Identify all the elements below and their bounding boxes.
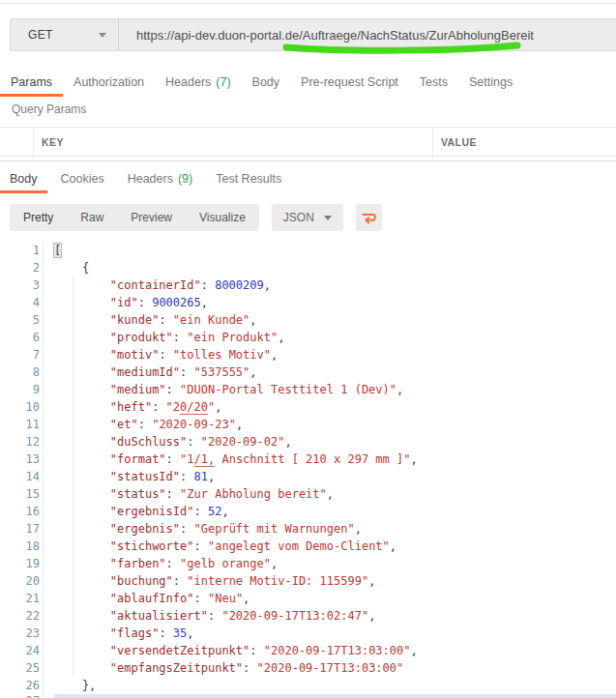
tab-label: Cookies xyxy=(61,172,104,186)
gutter-separator xyxy=(40,311,44,329)
gutter-separator xyxy=(40,642,44,659)
code-text: }, xyxy=(54,677,96,694)
code-line: 21 "ablaufInfo": "Neu", xyxy=(0,590,616,607)
gutter-separator xyxy=(40,433,44,451)
request-response-divider[interactable] xyxy=(0,160,616,161)
gutter-separator xyxy=(40,520,44,538)
code-line: 23 "flags": 35, xyxy=(0,625,616,642)
line-number: 21 xyxy=(0,590,40,607)
code-line: 24 "versendetZeitpunkt": "2020-09-17T13:… xyxy=(0,642,616,659)
code-text: "stichworte": "angelegt vom Demo-Client"… xyxy=(54,538,396,555)
line-number: 3 xyxy=(0,276,40,294)
tab-label: Authorization xyxy=(73,75,144,89)
response-tab-headers[interactable]: Headers(9) xyxy=(118,163,203,193)
view-mode-pretty[interactable]: Pretty xyxy=(10,204,67,231)
code-text: "heft": "20/20", xyxy=(54,398,221,416)
code-text: "duSchluss": "2020-09-02", xyxy=(54,433,292,451)
gutter-separator xyxy=(40,346,44,364)
code-line: 16 "ergebnisId": 52, xyxy=(0,503,616,520)
wrap-line-icon xyxy=(361,210,377,226)
code-line: 13 "format": "1/1, Anschnitt [ 210 x 297… xyxy=(0,451,616,468)
tab-label: Pre-request Script xyxy=(301,75,398,89)
code-line: 8 "mediumId": "537555", xyxy=(0,364,616,381)
code-text: "flags": 35, xyxy=(54,625,194,642)
line-number: 25 xyxy=(0,659,40,677)
code-text: "status": "Zur Abholung bereit", xyxy=(54,485,334,503)
code-line: 12 "duSchluss": "2020-09-02", xyxy=(0,433,616,451)
gutter-separator xyxy=(40,659,44,677)
line-number: 2 xyxy=(0,259,40,276)
code-line: 20 "buchung": "interne Motiv-ID: 115599"… xyxy=(0,572,616,590)
gutter-separator xyxy=(40,677,44,694)
code-text: [ xyxy=(54,242,61,259)
code-line: 26 }, xyxy=(0,677,616,694)
tab-label: Headers xyxy=(165,75,211,89)
code-text: "id": 9000265, xyxy=(54,294,208,311)
response-tab-cookies[interactable]: Cookies xyxy=(51,163,114,193)
code-text: "et": "2020-09-23", xyxy=(54,416,243,433)
view-mode-visualize[interactable]: Visualize xyxy=(186,204,259,231)
gutter-separator xyxy=(40,364,44,381)
tab-label: Test Results xyxy=(216,172,281,186)
code-text: "ergebnis": "Geprüft mit Warnungen", xyxy=(54,520,362,538)
code-line: 1[ xyxy=(0,242,616,259)
gutter-separator xyxy=(40,590,44,607)
request-tab-pre-request-script[interactable]: Pre-request Script xyxy=(290,67,409,97)
url-input[interactable]: https://api-dev.duon-portal.de/Auftraege… xyxy=(119,19,616,50)
line-number: 18 xyxy=(0,538,40,555)
query-params-header-row: KEY VALUE xyxy=(0,127,616,157)
code-line: 25 "empfangsZeitpunkt": "2020-09-17T13:0… xyxy=(0,659,616,677)
chevron-down-icon xyxy=(99,33,106,38)
gutter-separator xyxy=(40,329,44,346)
gutter-separator xyxy=(40,555,44,572)
language-dropdown[interactable]: JSON xyxy=(272,204,343,231)
tab-label: Headers xyxy=(128,172,173,186)
code-line: 22 "aktualisiert": "2020-09-17T13:02:47"… xyxy=(0,607,616,625)
view-mode-raw[interactable]: Raw xyxy=(67,204,117,231)
code-text: "ablaufInfo": "Neu", xyxy=(54,590,249,607)
request-tab-authorization[interactable]: Authorization xyxy=(63,67,155,97)
chevron-down-icon xyxy=(324,216,332,220)
code-text: "mediumId": "537555", xyxy=(54,364,257,381)
top-divider xyxy=(0,3,616,4)
gutter-separator xyxy=(40,503,44,520)
code-text: "produkt": "ein Produkt", xyxy=(54,329,284,346)
request-tab-tests[interactable]: Tests xyxy=(409,67,458,97)
request-url-bar: GET https://api-dev.duon-portal.de/Auftr… xyxy=(10,18,616,51)
code-line: 4 "id": 9000265, xyxy=(0,294,616,311)
gutter-separator xyxy=(40,451,44,468)
wrap-line-button[interactable] xyxy=(356,204,382,231)
code-text: { xyxy=(54,259,89,276)
line-number: 16 xyxy=(0,503,40,520)
line-number: 5 xyxy=(0,311,40,329)
gutter-separator xyxy=(40,694,44,698)
line-number: 22 xyxy=(0,607,40,625)
code-line: 11 "et": "2020-09-23", xyxy=(0,416,616,433)
tab-label: Tests xyxy=(420,75,448,89)
http-method-select[interactable]: GET xyxy=(11,19,119,50)
view-mode-preview[interactable]: Preview xyxy=(117,204,186,231)
http-method-value: GET xyxy=(28,28,53,42)
request-tab-settings[interactable]: Settings xyxy=(458,67,523,97)
code-line: 5 "kunde": "ein Kunde", xyxy=(0,311,616,329)
tab-count-badge: (9) xyxy=(178,172,192,186)
code-line: 18 "stichworte": "angelegt vom Demo-Clie… xyxy=(0,538,616,555)
response-body-editor[interactable]: 1[2 {3 "containerId": 8000209,4 "id": 90… xyxy=(0,242,616,698)
request-tab-params[interactable]: Params xyxy=(0,67,63,97)
response-tabs: BodyCookiesHeaders(9)Test Results xyxy=(0,163,295,193)
value-column-label: VALUE xyxy=(441,136,477,148)
request-tab-headers[interactable]: Headers(7) xyxy=(155,67,242,97)
gutter-separator xyxy=(40,538,44,555)
line-number: 4 xyxy=(0,294,40,311)
gutter-separator xyxy=(40,276,44,294)
line-number: 14 xyxy=(0,468,40,485)
tab-label: Body xyxy=(10,172,38,186)
response-tab-test-results[interactable]: Test Results xyxy=(206,163,291,193)
response-tab-body[interactable]: Body xyxy=(0,163,47,193)
line-number: 1 xyxy=(0,242,40,259)
line-number: 17 xyxy=(0,520,40,538)
request-tab-body[interactable]: Body xyxy=(242,67,291,97)
code-text: "containerId": 8000209, xyxy=(54,276,271,294)
line-number: 13 xyxy=(0,451,40,468)
code-text: "kunde": "ein Kunde", xyxy=(54,311,257,329)
